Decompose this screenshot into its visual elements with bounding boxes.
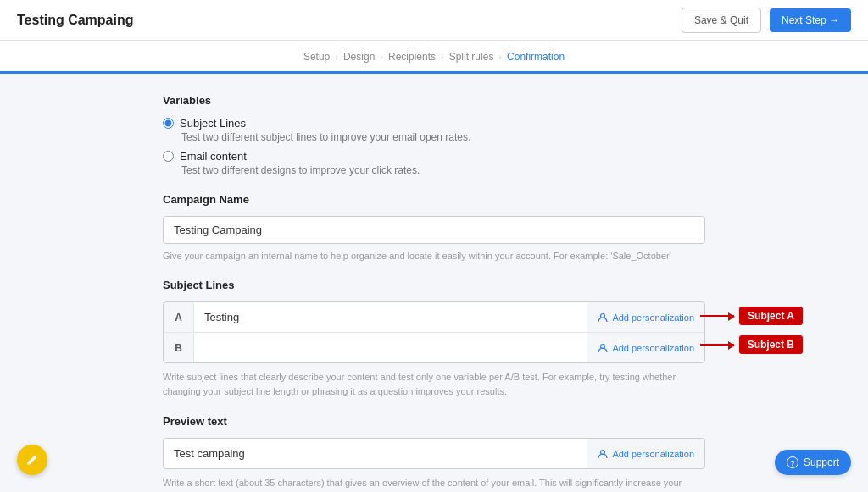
subject-row-b: B Add personalization xyxy=(164,333,704,362)
radio-email-content-input[interactable] xyxy=(163,151,174,162)
breadcrumb-bar: Setup › Design › Recipients › Split rule… xyxy=(0,41,868,74)
add-personalization-preview-button[interactable]: Add personalization xyxy=(587,444,704,464)
page-title: Testing Campaing xyxy=(17,13,134,28)
breadcrumb-setup[interactable]: Setup xyxy=(303,51,330,63)
support-button[interactable]: ? Support xyxy=(775,450,851,475)
preview-text-section: Preview text Add personalization Write a… xyxy=(163,415,705,492)
radio-email-content: Email content Test two different designs… xyxy=(163,150,705,176)
add-personalization-a-button[interactable]: Add personalization xyxy=(587,307,704,328)
preview-text-input[interactable] xyxy=(164,439,587,468)
subject-lines-section: Subject Lines A Add personalization B xyxy=(163,279,705,398)
add-personalization-b-button[interactable]: Add personalization xyxy=(587,338,704,358)
badge-subject-a: Subject A xyxy=(739,307,803,325)
arrow-b xyxy=(700,344,734,346)
header: Testing Campaing Save & Quit Next Step → xyxy=(0,0,868,41)
campaign-name-title: Campaign Name xyxy=(163,193,705,206)
subject-lines-box: A Add personalization B Add personalizat… xyxy=(163,301,705,363)
annotation-subject-b: Subject B xyxy=(700,335,803,354)
breadcrumb-sep-3: › xyxy=(441,52,444,62)
subject-row-a: A Add personalization xyxy=(164,302,704,333)
person-icon-preview xyxy=(598,449,608,459)
svg-text:?: ? xyxy=(790,459,795,467)
breadcrumb-recipients[interactable]: Recipients xyxy=(388,51,436,63)
campaign-name-hint: Give your campaign an internal name to h… xyxy=(163,251,671,261)
campaign-name-section: Campaign Name Give your campaign an inte… xyxy=(163,193,705,262)
header-actions: Save & Quit Next Step → xyxy=(682,8,851,33)
save-quit-button[interactable]: Save & Quit xyxy=(682,8,761,33)
campaign-name-input[interactable] xyxy=(163,216,705,244)
radio-subject-lines: Subject Lines Test two different subject… xyxy=(163,117,705,143)
annotation-subject-a: Subject A xyxy=(700,307,803,325)
floating-help-button[interactable] xyxy=(17,445,47,475)
badge-subject-b: Subject B xyxy=(739,335,803,354)
arrow-a xyxy=(700,315,734,317)
support-icon: ? xyxy=(787,456,798,468)
subject-lines-annotation-wrapper: A Add personalization B Add personalizat… xyxy=(163,301,705,363)
radio-email-content-desc: Test two different designs to improve yo… xyxy=(181,164,705,176)
breadcrumb-confirmation[interactable]: Confirmation xyxy=(507,51,565,63)
radio-email-content-label[interactable]: Email content xyxy=(163,150,705,163)
preview-text-title: Preview text xyxy=(163,415,705,428)
subject-input-b[interactable] xyxy=(194,333,587,362)
breadcrumb-design[interactable]: Design xyxy=(343,51,375,63)
next-step-button[interactable]: Next Step → xyxy=(770,8,851,32)
radio-subject-lines-desc: Test two different subject lines to impr… xyxy=(181,131,705,143)
person-icon-a xyxy=(598,312,608,323)
person-icon-b xyxy=(598,343,608,353)
breadcrumb-split-rules[interactable]: Split rules xyxy=(449,51,494,63)
radio-subject-lines-label[interactable]: Subject Lines xyxy=(163,117,705,130)
main-content: Variables Subject Lines Test two differe… xyxy=(146,74,722,492)
subject-lines-hint: Write subject lines that clearly describ… xyxy=(163,372,676,396)
preview-text-box: Add personalization xyxy=(163,438,705,469)
variables-title: Variables xyxy=(163,94,705,107)
breadcrumb-sep-2: › xyxy=(380,52,383,62)
pencil-icon xyxy=(25,453,39,467)
subject-lines-title: Subject Lines xyxy=(163,279,705,291)
variables-section: Variables Subject Lines Test two differe… xyxy=(163,94,705,176)
subject-label-b: B xyxy=(164,334,194,362)
breadcrumb-sep-4: › xyxy=(498,52,502,62)
subject-label-a: A xyxy=(164,303,194,332)
subject-input-a[interactable] xyxy=(194,302,587,332)
radio-subject-lines-input[interactable] xyxy=(163,118,174,129)
preview-text-hint: Write a short text (about 35 characters)… xyxy=(163,478,688,492)
breadcrumb-sep-1: › xyxy=(335,52,338,62)
variables-radio-group: Subject Lines Test two different subject… xyxy=(163,117,705,176)
